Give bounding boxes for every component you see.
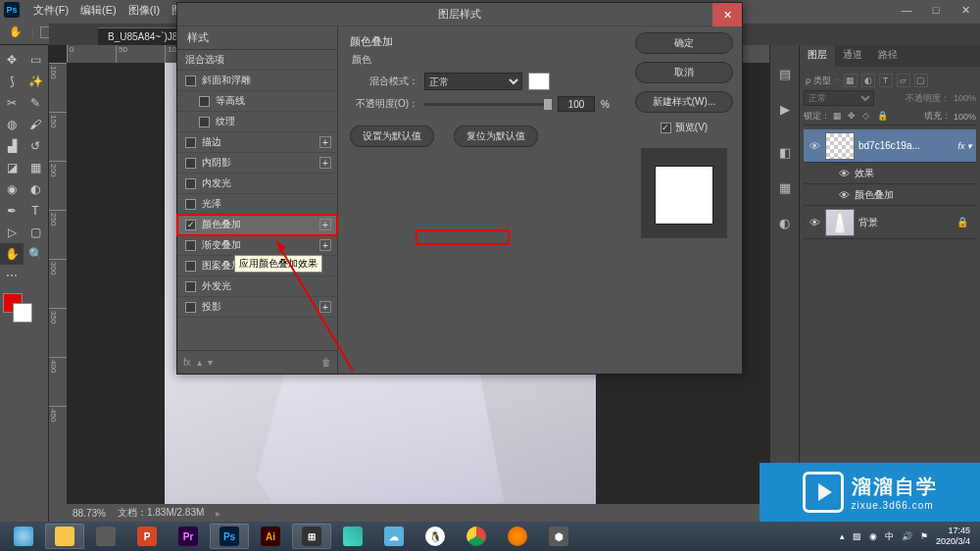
eyedropper-tool[interactable]: ✎ [24, 92, 47, 114]
menu-file[interactable]: 文件(F) [27, 3, 74, 18]
tray-up-icon[interactable]: ▴ [840, 531, 845, 541]
cancel-button[interactable]: 取消 [635, 62, 733, 83]
opacity-slider[interactable] [424, 103, 552, 106]
ok-button[interactable]: 确定 [635, 32, 733, 54]
layer-name[interactable]: 背景 [858, 216, 956, 229]
eraser-tool[interactable]: ◪ [0, 157, 24, 178]
taskbar-chrome[interactable] [457, 524, 496, 549]
lock-artboard-icon[interactable]: ◇ [862, 111, 874, 123]
arrow-up-icon[interactable]: ▴ [197, 357, 202, 368]
add-instance-icon[interactable]: + [319, 136, 331, 148]
style-checkbox[interactable] [185, 199, 196, 210]
taskbar-wechat[interactable] [86, 524, 125, 549]
fill-value[interactable]: 100% [954, 112, 976, 122]
visibility-toggle[interactable]: 👁 [804, 140, 825, 152]
window-maximize[interactable]: □ [921, 0, 951, 20]
dialog-titlebar[interactable]: 图层样式 ✕ [177, 3, 742, 26]
color-panel-icon[interactable]: ◧ [776, 143, 794, 161]
tray-volume-icon[interactable]: 🔊 [902, 531, 912, 541]
lock-all-icon[interactable]: 🔒 [877, 111, 889, 123]
style-item-1[interactable]: 等高线 [177, 91, 337, 112]
style-item-0[interactable]: 斜面和浮雕 [177, 71, 337, 91]
taskbar-illustrator[interactable]: Ai [251, 524, 290, 549]
gradient-tool[interactable]: ▦ [24, 157, 47, 178]
style-item-11[interactable]: 投影+ [177, 297, 337, 318]
filter-shape-icon[interactable]: ▱ [897, 74, 910, 87]
visibility-toggle[interactable]: 👁 [833, 168, 855, 179]
layer-fx-header[interactable]: 👁 效果 [804, 163, 976, 184]
layer-thumb[interactable] [825, 209, 855, 236]
reset-default-button[interactable]: 复位为默认值 [454, 125, 538, 147]
taskbar-powerpoint[interactable]: P [127, 524, 167, 549]
add-instance-icon[interactable]: + [319, 219, 331, 230]
filter-label[interactable]: ρ 类型 [806, 75, 831, 87]
filter-type-icon[interactable]: T [879, 74, 893, 87]
style-checkbox[interactable]: ✓ [185, 220, 196, 230]
window-minimize[interactable]: — [892, 0, 921, 20]
hand-tool[interactable]: ✋ [0, 243, 24, 265]
tab-paths[interactable]: 路径 [870, 45, 906, 67]
style-checkbox[interactable] [185, 240, 196, 251]
lock-pixels-icon[interactable]: ▦ [833, 111, 845, 123]
dialog-close-button[interactable]: ✕ [712, 3, 742, 26]
style-item-5[interactable]: 内发光 [177, 174, 337, 194]
swatches-panel-icon[interactable]: ▦ [776, 178, 794, 196]
blending-options-item[interactable]: 混合选项 [177, 50, 337, 71]
history-panel-icon[interactable]: ▤ [776, 65, 794, 82]
actions-panel-icon[interactable]: ▶ [776, 100, 794, 118]
trash-icon[interactable]: 🗑 [321, 357, 331, 368]
wand-tool[interactable]: ✨ [24, 71, 47, 92]
opacity-input[interactable] [558, 96, 595, 112]
new-style-button[interactable]: 新建样式(W)... [635, 91, 733, 113]
taskbar-app2[interactable] [333, 524, 372, 549]
blur-tool[interactable]: ◉ [0, 178, 24, 200]
taskbar-firefox[interactable] [498, 524, 537, 549]
tray-icon[interactable]: ▧ [853, 531, 861, 541]
blend-mode-select[interactable]: 正常 [424, 73, 522, 90]
brush-tool[interactable]: 🖌 [24, 114, 47, 135]
layer-name[interactable]: bd7c16c19a... [858, 140, 957, 151]
background-color[interactable] [13, 303, 32, 323]
style-checkbox[interactable] [185, 302, 196, 313]
taskbar-premiere[interactable]: Pr [169, 524, 208, 549]
taskbar-qq[interactable]: 🐧 [416, 524, 455, 549]
taskbar-app1[interactable]: ⊞ [292, 524, 331, 549]
style-item-6[interactable]: 光泽 [177, 194, 337, 215]
overlay-color-swatch[interactable] [528, 73, 550, 90]
dodge-tool[interactable]: ◐ [24, 178, 47, 200]
heal-tool[interactable]: ◍ [0, 114, 24, 135]
style-checkbox[interactable] [199, 96, 210, 107]
menu-image[interactable]: 图像(I) [122, 3, 166, 18]
shape-tool[interactable]: ▢ [24, 222, 47, 243]
taskbar-photoshop[interactable]: Ps [210, 524, 249, 549]
visibility-toggle[interactable]: 👁 [833, 189, 855, 201]
layer-row[interactable]: 👁 bd7c16c19a... fx ▾ [804, 129, 976, 163]
tab-channels[interactable]: 通道 [835, 45, 870, 67]
style-item-3[interactable]: 描边+ [177, 132, 337, 153]
style-item-2[interactable]: 纹理 [177, 112, 337, 132]
tray-ime-icon[interactable]: 中 [885, 530, 894, 543]
filter-pixel-icon[interactable]: ▦ [844, 74, 858, 87]
menu-edit[interactable]: 编辑(E) [74, 3, 122, 18]
fx-label[interactable]: fx [183, 357, 191, 368]
add-instance-icon[interactable]: + [319, 301, 331, 313]
window-close[interactable]: ✕ [951, 0, 980, 20]
style-item-8[interactable]: 渐变叠加+应用颜色叠加效果 [177, 235, 337, 256]
filter-adjust-icon[interactable]: ◐ [861, 74, 875, 87]
tab-layers[interactable]: 图层 [800, 45, 835, 67]
layer-fx-item[interactable]: 👁 颜色叠加 [804, 184, 976, 206]
pen-tool[interactable]: ✒ [0, 200, 24, 222]
style-item-10[interactable]: 外发光 [177, 276, 337, 297]
add-instance-icon[interactable]: + [319, 239, 331, 251]
color-swatches[interactable] [0, 290, 48, 326]
style-checkbox[interactable] [185, 281, 196, 292]
taskbar-clock[interactable]: 17:45 2020/3/4 [936, 526, 970, 547]
style-item-4[interactable]: 内阴影+ [177, 153, 337, 174]
tray-icon[interactable]: ⚑ [920, 531, 928, 541]
tray-icon[interactable]: ◉ [869, 531, 877, 541]
blend-mode-select[interactable]: 正常 [804, 90, 874, 106]
add-instance-icon[interactable]: + [319, 157, 331, 169]
layer-thumb[interactable] [825, 132, 855, 160]
type-tool[interactable]: T [24, 200, 47, 222]
opacity-value[interactable]: 100% [954, 93, 976, 103]
